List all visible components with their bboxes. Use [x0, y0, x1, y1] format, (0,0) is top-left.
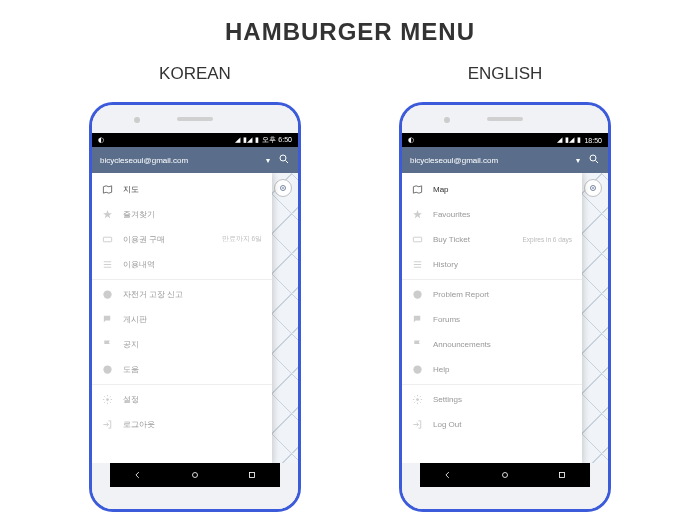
svg-point-8 — [103, 290, 111, 298]
signal-icon: ▮◢ — [243, 136, 252, 144]
menu-item-settings[interactable]: Settings — [402, 384, 582, 412]
menu-item-forums[interactable]: 게시판 — [92, 307, 272, 332]
star-icon — [102, 209, 113, 220]
menu-label: 공지 — [123, 339, 262, 350]
account-email[interactable]: bicycleseoul@gmail.com — [410, 156, 576, 165]
page-title: HAMBURGER MENU — [0, 0, 700, 46]
nav-bar-wrapper — [92, 463, 298, 497]
menu-item-announcements[interactable]: 공지 — [92, 332, 272, 357]
flag-icon — [102, 339, 113, 350]
menu-item-buy-ticket[interactable]: Buy Ticket Expires in 6 days — [402, 227, 582, 252]
signal-icon: ▮◢ — [565, 136, 574, 144]
menu-item-map[interactable]: Map — [402, 177, 582, 202]
history-icon — [412, 259, 423, 270]
app-header: bicycleseoul@gmail.com ▾ — [92, 147, 298, 173]
menu-item-favourites[interactable]: Favourites — [402, 202, 582, 227]
nav-drawer: Map Favourites Buy Ticket Expires in 6 d… — [402, 173, 582, 463]
battery-icon: ▮ — [577, 136, 581, 144]
menu-item-forums[interactable]: Forums — [402, 307, 582, 332]
menu-item-map[interactable]: 지도 — [92, 177, 272, 202]
locate-button[interactable] — [584, 179, 602, 197]
android-nav-bar — [110, 463, 280, 487]
camera-dot — [444, 117, 450, 123]
svg-point-24 — [502, 473, 507, 478]
phone-top-bezel — [92, 105, 298, 133]
phone-bottom-bezel — [92, 497, 298, 509]
menu-label: Buy Ticket — [433, 235, 513, 244]
menu-item-history[interactable]: 이용내역 — [92, 252, 272, 277]
lang-label-english: ENGLISH — [468, 64, 543, 84]
home-button[interactable] — [190, 466, 200, 484]
menu-label: Problem Report — [433, 290, 572, 299]
map-icon — [102, 184, 113, 195]
svg-line-1 — [286, 161, 289, 164]
svg-point-9 — [103, 365, 111, 373]
phone-inner: ◐ ◢ ▮◢ ▮ 오후 6:50 bicycleseoul@gmail.com … — [92, 105, 298, 509]
home-button[interactable] — [500, 466, 510, 484]
help-icon — [102, 364, 113, 375]
info-icon — [412, 289, 423, 300]
menu-item-help[interactable]: Help — [402, 357, 582, 382]
phone-inner: ◐ ◢ ▮◢ ▮ 18:50 bicycleseoul@gmail.com ▾ — [402, 105, 608, 509]
svg-point-21 — [413, 290, 421, 298]
svg-point-13 — [590, 155, 596, 161]
dropdown-icon[interactable]: ▾ — [576, 156, 580, 165]
menu-item-problem-report[interactable]: 자전거 고장 신고 — [92, 279, 272, 307]
phone-frame: ◐ ◢ ▮◢ ▮ 18:50 bicycleseoul@gmail.com ▾ — [399, 102, 611, 512]
menu-item-announcements[interactable]: Announcements — [402, 332, 582, 357]
menu-item-history[interactable]: History — [402, 252, 582, 277]
menu-label: Help — [433, 365, 572, 374]
app-header: bicycleseoul@gmail.com ▾ — [402, 147, 608, 173]
phone-bottom-bezel — [402, 497, 608, 509]
android-nav-bar — [420, 463, 590, 487]
menu-sublabel: 만료까지 6일 — [222, 235, 262, 244]
ticket-icon — [412, 234, 423, 245]
dropdown-icon[interactable]: ▾ — [266, 156, 270, 165]
back-button[interactable] — [133, 466, 143, 484]
back-button[interactable] — [443, 466, 453, 484]
speaker-slot — [177, 117, 213, 121]
flag-icon — [412, 339, 423, 350]
menu-label: Map — [433, 185, 572, 194]
speaker-slot — [487, 117, 523, 121]
status-time: 18:50 — [584, 137, 602, 144]
help-icon — [412, 364, 423, 375]
menu-item-problem-report[interactable]: Problem Report — [402, 279, 582, 307]
status-bar: ◐ ◢ ▮◢ ▮ 오후 6:50 — [92, 133, 298, 147]
phones-container: KOREAN ◐ ◢ ▮◢ ▮ 오후 6:50 — [0, 64, 700, 512]
menu-item-buy-ticket[interactable]: 이용권 구매 만료까지 6일 — [92, 227, 272, 252]
account-email[interactable]: bicycleseoul@gmail.com — [100, 156, 266, 165]
svg-rect-17 — [413, 237, 421, 242]
menu-label: 자전거 고장 신고 — [123, 289, 262, 300]
recents-button[interactable] — [557, 466, 567, 484]
menu-item-help[interactable]: 도움 — [92, 357, 272, 382]
menu-label: Log Out — [433, 420, 572, 429]
svg-point-0 — [280, 155, 286, 161]
search-icon[interactable] — [588, 153, 600, 167]
svg-point-11 — [192, 473, 197, 478]
svg-point-22 — [413, 365, 421, 373]
phone-top-bezel — [402, 105, 608, 133]
star-icon — [412, 209, 423, 220]
menu-label: 이용내역 — [123, 259, 262, 270]
menu-label: Favourites — [433, 210, 572, 219]
svg-point-16 — [593, 188, 594, 189]
menu-item-logout[interactable]: 로그아웃 — [92, 412, 272, 437]
locate-button[interactable] — [274, 179, 292, 197]
recents-button[interactable] — [247, 466, 257, 484]
menu-label: 설정 — [123, 394, 262, 405]
menu-item-settings[interactable]: 설정 — [92, 384, 272, 412]
svg-point-23 — [416, 398, 419, 401]
screen-body: Map Favourites Buy Ticket Expires in 6 d… — [402, 173, 608, 463]
search-icon[interactable] — [278, 153, 290, 167]
phone-column-korean: KOREAN ◐ ◢ ▮◢ ▮ 오후 6:50 — [89, 64, 301, 512]
menu-item-favourites[interactable]: 즐겨찾기 — [92, 202, 272, 227]
screen-body: 지도 즐겨찾기 이용권 구매 만료까지 6일 — [92, 173, 298, 463]
svg-line-14 — [596, 161, 599, 164]
svg-rect-4 — [103, 237, 111, 242]
phone-frame: ◐ ◢ ▮◢ ▮ 오후 6:50 bicycleseoul@gmail.com … — [89, 102, 301, 512]
phone-column-english: ENGLISH ◐ ◢ ▮◢ ▮ 18:50 — [399, 64, 611, 512]
menu-item-logout[interactable]: Log Out — [402, 412, 582, 437]
info-icon — [102, 289, 113, 300]
status-app-icon: ◐ — [98, 136, 104, 144]
